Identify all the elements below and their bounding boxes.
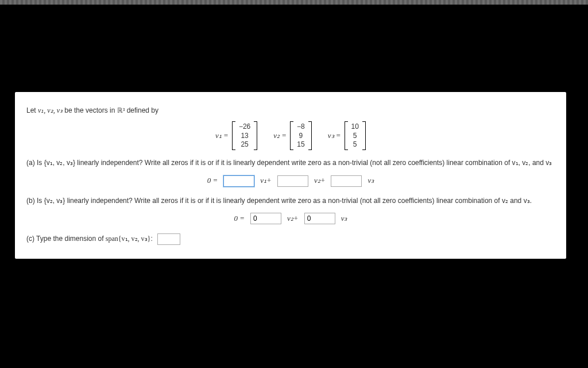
v2-label: v₂ = <box>273 131 287 141</box>
part-c-prefix: (c) Type the dimension of <box>26 235 106 243</box>
v3-val-2: 5 <box>353 140 357 150</box>
v2-val-1: 9 <box>299 132 303 141</box>
dimension-input[interactable] <box>157 233 180 245</box>
bracket-right <box>308 121 312 150</box>
coef-a-v2-input[interactable] <box>277 175 308 187</box>
v1-val-2: 25 <box>241 140 248 150</box>
intro-vectors: v₁, v₂, v₃ <box>38 106 63 114</box>
part-b-text: (b) Is {v₂, v₃} linearly independent? Wr… <box>26 196 555 206</box>
vector-v1: v₁ = −26 13 25 <box>215 121 257 150</box>
v1-val-0: −26 <box>239 122 250 132</box>
v2-val-2: 15 <box>297 140 304 150</box>
problem-intro: Let v₁, v₂, v₃ be the vectors in ℝ³ defi… <box>26 106 555 116</box>
intro-suffix: defined by <box>125 106 158 114</box>
v3-label: v₃ = <box>328 131 341 141</box>
v3-val-1: 5 <box>353 132 357 141</box>
question-card: Let v₁, v₂, v₃ be the vectors in ℝ³ defi… <box>15 92 566 259</box>
eq-a-term2: v₂+ <box>314 175 326 186</box>
eq-b-term2: v₃ <box>341 213 347 224</box>
part-c-suffix: : <box>150 235 152 243</box>
vector-definitions: v₁ = −26 13 25 v₂ = −8 9 15 <box>26 121 555 150</box>
v1-label: v₁ = <box>215 131 229 141</box>
eq-a-lhs: 0 = <box>207 175 218 186</box>
intro-prefix: Let <box>26 106 38 114</box>
v2-val-0: −8 <box>297 122 305 132</box>
part-a-text: (a) Is {v₁, v₂, v₃} linearly independent… <box>26 158 555 168</box>
eq-a-term3: v₃ <box>368 175 374 186</box>
v3-val-0: 10 <box>351 122 359 132</box>
eq-b-term1: v₂+ <box>287 213 299 224</box>
part-c-row: (c) Type the dimension of span{v₁, v₂, v… <box>26 233 555 245</box>
coef-b-v2-input[interactable] <box>250 213 281 224</box>
eq-b-lhs: 0 = <box>234 213 245 224</box>
eq-a-term1: v₁+ <box>260 175 272 186</box>
coef-a-v1-input[interactable] <box>223 175 254 187</box>
part-a-equation: 0 = v₁+ v₂+ v₃ <box>26 175 555 187</box>
coef-a-v3-input[interactable] <box>331 175 362 187</box>
part-c-span: span{v₁, v₂, v₃} <box>106 235 151 243</box>
coef-b-v3-input[interactable] <box>304 213 335 224</box>
vector-v3: v₃ = 10 5 5 <box>328 121 366 150</box>
part-b-equation: 0 = v₂+ v₃ <box>26 213 555 224</box>
bracket-right <box>362 121 366 150</box>
vector-v2: v₂ = −8 9 15 <box>273 121 311 150</box>
bracket-right <box>254 121 257 150</box>
v1-val-1: 13 <box>241 132 248 141</box>
window-top-strip <box>0 0 588 5</box>
intro-mid: be the vectors in <box>63 106 117 114</box>
intro-space: ℝ³ <box>117 106 125 114</box>
